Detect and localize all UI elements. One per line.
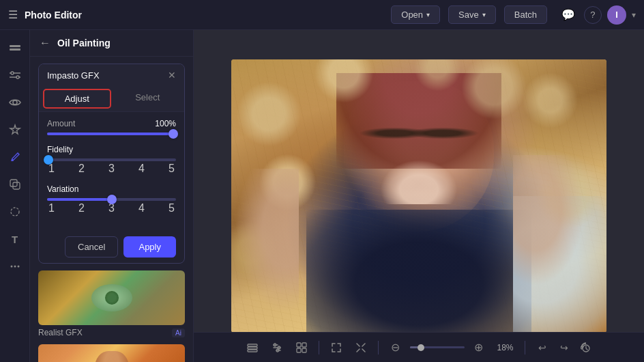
close-impasto-button[interactable]: ✕ [168, 70, 176, 81]
tabs-row: Adjust Select [39, 86, 184, 112]
amount-slider-row: Amount 100% [47, 119, 176, 135]
ai-badge-realist: Ai [172, 329, 185, 337]
adjust-content: Amount 100% Fidelity [39, 112, 184, 231]
svg-rect-11 [13, 182, 20, 189]
undo-icon[interactable]: ↩ [532, 337, 553, 358]
svg-rect-0 [10, 45, 20, 47]
impasto-title: Impasto GFX [47, 70, 100, 81]
history-icon[interactable] [576, 337, 596, 358]
undo-redo-group: ↩ ↪ [532, 337, 596, 358]
tab-adjust-border: Adjust [43, 89, 111, 109]
svg-rect-16 [248, 344, 257, 346]
adjustments-icon[interactable] [3, 63, 27, 87]
thumbnail-realist-img [38, 270, 185, 325]
zoom-out-icon[interactable]: ⊖ [385, 337, 406, 358]
svg-rect-23 [302, 343, 306, 347]
svg-point-5 [16, 76, 19, 79]
topbar: ☰ Photo Editor Open ▾ Save ▾ Batch 💬 ? I… [0, 0, 644, 30]
back-button[interactable]: ← [40, 37, 50, 49]
fidelity-thumb[interactable] [44, 155, 53, 165]
redo-icon[interactable]: ↪ [554, 337, 574, 358]
separator-1 [319, 341, 319, 354]
tab-select-wrap: Select [115, 89, 181, 109]
layers-icon[interactable] [3, 36, 27, 60]
open-caret: ▾ [426, 11, 430, 18]
amount-label: Amount [47, 119, 75, 128]
clone-icon[interactable] [3, 172, 27, 197]
open-button[interactable]: Open ▾ [391, 5, 440, 24]
svg-rect-25 [302, 348, 306, 352]
fidelity-label: Fidelity [47, 145, 73, 154]
impasto-header: Impasto GFX ✕ [39, 64, 184, 86]
zoom-thumb[interactable] [418, 344, 424, 351]
amount-fill [47, 133, 173, 135]
svg-point-14 [14, 266, 16, 268]
apply-button[interactable]: Apply [123, 236, 176, 257]
svg-point-12 [11, 208, 19, 216]
save-caret: ▾ [482, 11, 486, 18]
zoom-track[interactable] [410, 346, 465, 348]
separator-3 [525, 341, 525, 354]
svg-point-13 [10, 266, 12, 268]
variation-track[interactable] [47, 198, 176, 201]
amount-track[interactable] [47, 133, 176, 135]
fidelity-slider-row: Fidelity 12345 [47, 145, 176, 175]
cancel-button[interactable]: Cancel [65, 236, 118, 257]
separator-2 [378, 341, 379, 354]
fit-icon[interactable] [326, 337, 347, 358]
svg-rect-17 [248, 347, 257, 349]
expand-icon[interactable] [351, 337, 371, 358]
thumbnail-realist-label: Realist GFX Ai [38, 328, 185, 337]
iconbar: T [0, 30, 30, 362]
main-area: T ← Oil Painting Impasto GFX ✕ Adjust [0, 30, 644, 362]
svg-point-8 [13, 100, 17, 105]
svg-point-9 [12, 159, 14, 161]
avatar[interactable]: I [607, 5, 626, 25]
canvas-area: ⊖ ⊕ 18% ↩ ↪ [194, 30, 644, 362]
amount-value: 100% [155, 119, 176, 128]
impasto-box: Impasto GFX ✕ Adjust Select Amount 100% [38, 64, 185, 264]
effects-icon[interactable] [3, 117, 27, 142]
photo-display [231, 59, 606, 333]
zoom-controls: ⊖ ⊕ 18% [385, 337, 518, 358]
more-icon[interactable] [3, 254, 27, 279]
selection-icon[interactable] [3, 199, 27, 224]
panel-header: ← Oil Painting [30, 30, 193, 57]
view-icon[interactable] [3, 90, 27, 115]
tab-adjust[interactable]: Adjust [44, 90, 110, 107]
zoom-value: 18% [493, 343, 518, 352]
amount-thumb[interactable] [169, 129, 178, 139]
panel-title: Oil Painting [57, 38, 111, 48]
brush-icon[interactable] [3, 145, 27, 169]
svg-rect-22 [297, 343, 301, 347]
variation-fill [47, 198, 112, 201]
photo-container [231, 59, 606, 333]
text-icon[interactable]: T [3, 227, 27, 251]
variation-thumb[interactable] [107, 195, 117, 204]
fidelity-track[interactable] [47, 158, 176, 161]
variation-label: Variation [47, 184, 78, 194]
bottombar: ⊖ ⊕ 18% ↩ ↪ [194, 332, 644, 362]
tab-select[interactable]: Select [115, 89, 181, 106]
comment-icon[interactable]: 💬 [558, 5, 579, 25]
help-icon[interactable]: ? [584, 6, 602, 24]
grid-bottom-icon[interactable] [291, 337, 312, 358]
oil-painting-bg [231, 59, 606, 333]
save-button[interactable]: Save ▾ [448, 5, 496, 24]
layers-bottom-icon[interactable] [242, 337, 263, 358]
svg-rect-1 [10, 48, 20, 51]
menu-icon[interactable]: ☰ [8, 8, 18, 21]
thumbnail-realist[interactable]: Realist GFX Ai [38, 270, 185, 337]
thumbnail-oil1-img [38, 344, 185, 362]
thumbnail-oil-painting-1[interactable]: Oil Painting 1 Ai [38, 344, 185, 362]
batch-button[interactable]: Batch [504, 5, 547, 24]
window-controls[interactable]: ▾ [632, 10, 636, 20]
side-panel: ← Oil Painting Impasto GFX ✕ Adjust Sele… [30, 30, 194, 362]
adjust-bottom-icon[interactable] [267, 337, 287, 358]
zoom-in-icon[interactable]: ⊕ [469, 337, 489, 358]
action-buttons: Cancel Apply [39, 231, 184, 263]
variation-slider-row: Variation 12345 [47, 184, 176, 214]
app-title: Photo Editor [25, 10, 82, 20]
thumbnails-list: Realist GFX Ai Oil Painting 1 Ai [30, 270, 193, 362]
svg-point-2 [11, 72, 14, 74]
